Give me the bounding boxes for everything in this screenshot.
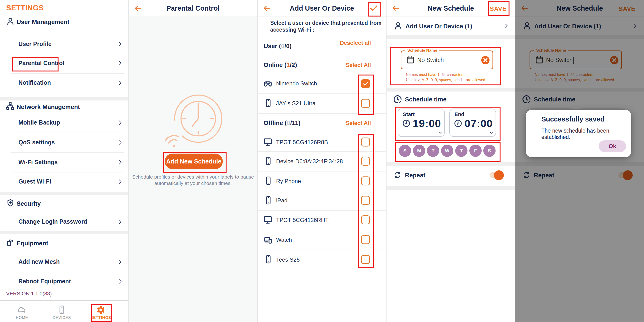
checkbox[interactable] [361,99,370,108]
chevron-right-icon [117,80,123,86]
divider [258,250,386,250]
chevron-down-icon [488,130,494,136]
day-wednesday[interactable]: W [441,144,453,157]
schedule-time-label: Schedule time [405,96,446,103]
panel-new-schedule: New Schedule SAVE Add User Or Device (1)… [386,0,516,322]
sidebar-item-mobile-backup[interactable]: Mobile Backup [18,119,60,126]
start-time-card[interactable]: Start 19:00 [398,108,445,137]
repeat-toggle-knob[interactable] [494,170,504,180]
group-online: Online (1/2) [264,61,297,69]
day-monday[interactable]: M [413,144,425,157]
divider [11,172,124,172]
multi-device-icon [263,235,273,245]
section-band [386,88,515,92]
chevron-right-icon [117,60,123,66]
phone-icon [264,98,272,109]
calendar-icon [406,55,415,66]
phone-devices-icon [57,305,66,316]
checkbox[interactable] [361,176,370,186]
chevron-right-icon [117,159,123,165]
chevron-right-icon [503,23,510,29]
section-equipment: Equipment [16,240,48,247]
day-saturday[interactable]: S [483,144,496,157]
monitor-icon [263,137,273,148]
divider [258,171,386,172]
header: New Schedule SAVE [386,0,515,17]
checkbox[interactable] [361,235,370,244]
section-security: Security [16,200,41,207]
phone-icon [264,254,272,266]
section-band [386,162,515,166]
page-title: Add User Or Device [258,4,386,12]
sidebar-item-parental-control[interactable]: Parental Control [18,60,64,66]
instruction-line1: Select a user or device that prevented f… [270,20,382,26]
sidebar-item-reboot[interactable]: Reboot Equipment [18,278,71,285]
divider [11,73,124,74]
panel-add-user-device: Add User Or Device Select a user or devi… [258,0,386,322]
phone-icon [264,156,272,167]
dialog-message: The new schedule has been established. [541,128,631,140]
gear-icon [96,305,106,316]
confirm-check-icon[interactable] [369,3,378,14]
section-band [0,97,128,100]
add-new-schedule-button[interactable]: Add New Schedule [165,154,223,169]
sidebar-item-qos[interactable]: QoS settings [18,139,55,146]
schedule-name-value[interactable]: No Switch [417,56,444,64]
sidebar-item-add-mesh[interactable]: Add new Mesh [18,258,60,265]
checkbox-checked[interactable] [361,79,370,88]
panel-parental-control: Parental Control Add New Schedule Schedu… [129,0,258,322]
select-all-link[interactable]: Select All [346,120,371,126]
checkbox[interactable] [361,215,370,224]
page-title: Parental Control [129,4,257,12]
sidebar-item-wifi-settings[interactable]: Wi-Fi Settings [18,159,58,166]
clock-icon [454,119,462,129]
chevron-right-icon [117,120,123,126]
section-band [0,192,128,195]
equipment-boxes-icon [6,238,15,248]
schedule-name-label: Schedule Name [406,48,439,52]
checkbox[interactable] [361,255,370,264]
chevron-right-icon [117,178,123,185]
shield-plus-icon [6,199,15,208]
panel2-bg [129,17,257,322]
repeat-icon [393,170,402,181]
day-sunday[interactable]: S [399,144,411,157]
ok-button[interactable]: Ok [599,140,626,152]
sidebar-item-guest-wifi[interactable]: Guest Wi-Fi [18,178,51,185]
clock-edit-icon [393,94,402,105]
checkbox[interactable] [361,157,370,166]
clear-field-icon[interactable] [480,55,490,66]
panel-settings: SETTINGS User Management User Profile Pa… [0,0,129,322]
deselect-all-link[interactable]: Deselect all [340,40,371,46]
nav-home[interactable]: HOME [8,305,36,320]
checkbox[interactable] [361,196,370,205]
group-user: User (0/0) [264,42,292,50]
day-thursday[interactable]: T [455,144,468,157]
end-time-card[interactable]: End 07:00 [449,108,496,137]
day-friday[interactable]: F [469,144,482,157]
select-all-link[interactable]: Select All [346,62,371,68]
nav-settings[interactable]: SETTINGS [86,305,115,320]
game-controller-icon [263,79,273,89]
day-tuesday[interactable]: T [427,144,439,157]
sidebar-item-notification[interactable]: Notification [18,79,51,86]
network-icon [6,102,15,111]
divider [258,94,386,94]
schedule-clock-illustration [158,89,233,158]
chevron-right-icon [117,278,123,284]
schedule-description-line2: automatically at your chosen times. [129,180,257,186]
clock-icon [402,119,411,129]
divider [258,210,386,211]
save-button[interactable]: SAVE [490,5,507,12]
sidebar-item-user-profile[interactable]: User Profile [18,40,52,48]
divider [258,190,386,191]
phone-icon [264,195,272,206]
app-root: SETTINGS User Management User Profile Pa… [0,0,644,322]
chevron-down-icon [437,130,443,136]
checkbox[interactable] [361,138,370,146]
sidebar-item-change-password[interactable]: Change Login Password [18,218,87,225]
error-line2: Use a–z, A–Z, 0–9, spaces, - and _ are a… [406,78,486,82]
nav-devices[interactable]: DEVICES [48,305,76,320]
divider [11,54,124,54]
monitor-icon [263,215,273,226]
